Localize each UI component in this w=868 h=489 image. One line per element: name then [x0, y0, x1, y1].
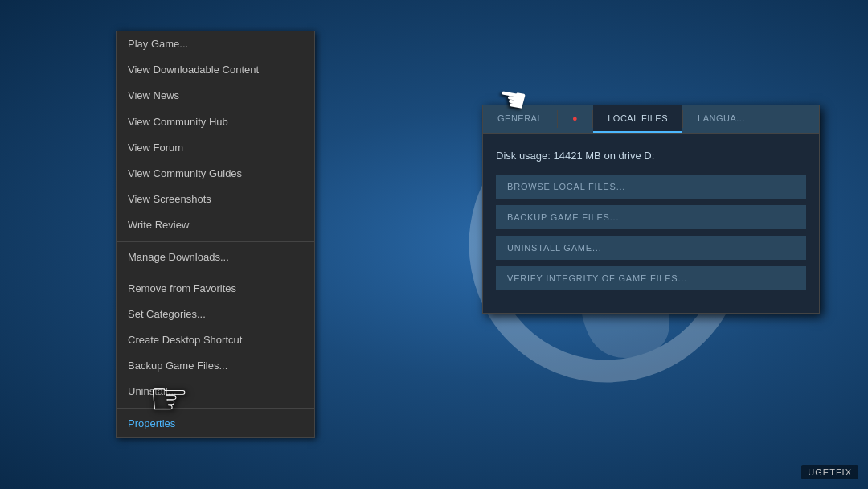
backup-game-files-button[interactable]: BACKUP GAME FILES...	[496, 205, 806, 229]
context-menu: Play Game... View Downloadable Content V…	[116, 31, 315, 438]
properties-content: Disk usage: 14421 MB on drive D: BROWSE …	[483, 134, 819, 313]
browse-local-files-button[interactable]: BROWSE LOCAL FILES...	[496, 175, 806, 199]
cursor-hand-icon: ☞	[149, 372, 189, 425]
disk-usage-label: Disk usage: 14421 MB on drive D:	[496, 150, 806, 162]
menu-item-set-categories[interactable]: Set Categories...	[117, 302, 314, 327]
tab-language[interactable]: LANGUA...	[683, 105, 760, 133]
menu-item-uninstall[interactable]: Uninstall...	[117, 379, 314, 405]
menu-item-view-community-guides[interactable]: View Community Guides	[117, 161, 314, 187]
properties-tabs: GENERAL ● LOCAL FILES LANGUA...	[483, 105, 819, 134]
menu-item-view-screenshots[interactable]: View Screenshots	[117, 187, 314, 212]
uninstall-game-button[interactable]: UNINSTALL GAME...	[496, 236, 806, 260]
menu-item-remove-favorites[interactable]: Remove from Favorites	[117, 276, 314, 302]
menu-item-backup-game-files[interactable]: Backup Game Files...	[117, 353, 314, 379]
menu-divider-1	[117, 241, 314, 242]
menu-item-view-forum[interactable]: View Forum	[117, 135, 314, 161]
tab-local-files[interactable]: LOCAL FILES	[593, 105, 682, 133]
properties-panel: GENERAL ● LOCAL FILES LANGUA... Disk usa…	[482, 105, 820, 314]
menu-item-manage-downloads[interactable]: Manage Downloads...	[117, 244, 314, 270]
watermark-label: UGETFIX	[801, 465, 858, 479]
menu-item-play-game[interactable]: Play Game...	[117, 31, 314, 57]
menu-item-view-news[interactable]: View News	[117, 83, 314, 109]
menu-divider-3	[117, 408, 314, 409]
menu-item-create-shortcut[interactable]: Create Desktop Shortcut	[117, 327, 314, 353]
tab-updates[interactable]: ●	[558, 105, 592, 133]
menu-divider-2	[117, 273, 314, 273]
menu-item-view-dlc[interactable]: View Downloadable Content	[117, 57, 314, 83]
menu-item-write-review[interactable]: Write Review	[117, 212, 314, 238]
verify-integrity-button[interactable]: VERIFY INTEGRITY OF GAME FILES...	[496, 266, 806, 290]
menu-item-view-community-hub[interactable]: View Community Hub	[117, 109, 314, 135]
menu-item-properties[interactable]: Properties	[117, 411, 314, 437]
